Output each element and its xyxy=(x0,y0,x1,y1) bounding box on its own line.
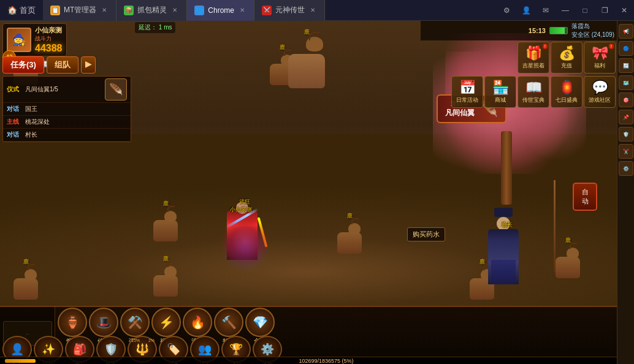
hud-topright: 15:13 落霞岛 安全区 (24,109) 🎁 吉星照着 ! 💰 充值 xyxy=(421,21,617,109)
deer-bottomleft: 鹿 xyxy=(13,269,38,300)
melting-icon: 🏺 xyxy=(65,315,80,330)
quest-type-1: 对话 xyxy=(7,105,25,113)
tab-yuanshen-close[interactable]: ✕ xyxy=(308,6,317,15)
tab-mt-manager-close[interactable]: ✕ xyxy=(100,6,109,15)
compose-icon: 💎 xyxy=(253,315,268,330)
top-icon-recharge[interactable]: 💰 充值 xyxy=(551,42,582,74)
auction-icon: 🏷️ xyxy=(167,343,180,356)
minimize-button[interactable]: — xyxy=(556,0,575,21)
top-icon-shop[interactable]: 🏪 商城 xyxy=(484,76,516,108)
social-icon: 👥 xyxy=(198,343,212,356)
settings-game-icon: ⚙️ xyxy=(261,343,274,356)
sidebar-btn-6[interactable]: 🛡️ xyxy=(619,127,633,142)
expand-button[interactable]: ▶ xyxy=(81,56,96,74)
community-icon: 💬 xyxy=(592,80,608,96)
quest-item-3[interactable]: 对话 村长 xyxy=(3,129,131,142)
7day-icon: 🏮 xyxy=(559,80,575,96)
community-label: 游戏社区 xyxy=(589,96,611,104)
skill-btn-melting[interactable]: 🏺 熔炼 xyxy=(58,308,87,337)
tab-chrome[interactable]: 🌐 Chrome ✕ xyxy=(187,0,254,21)
clock: 15:13 xyxy=(529,27,546,34)
classic-icon: 📖 xyxy=(525,80,542,96)
exp-text: 102699/1836575 (5%) xyxy=(38,358,614,364)
character-icon: 👤 xyxy=(10,343,24,356)
sidebar-btn-7[interactable]: ✂️ xyxy=(619,144,633,159)
battery-fill xyxy=(550,28,565,34)
sidebar-btn-5[interactable]: 📌 xyxy=(619,110,633,124)
location-info: 落霞岛 安全区 (24,109) xyxy=(571,22,614,39)
top-icon-community[interactable]: 💬 游戏社区 xyxy=(584,76,616,108)
tab-capture-elf[interactable]: 📦 抓包精灵 ✕ xyxy=(116,0,187,21)
deer-label-centerleft: 鹿 xyxy=(163,200,169,208)
bless-icon: ⚡ xyxy=(159,315,174,330)
skill-btn-enhance[interactable]: ⚒️ 强化 xyxy=(120,308,150,337)
auto-button[interactable]: 自动 xyxy=(573,183,597,211)
team-button[interactable]: 组队 xyxy=(47,56,78,74)
exp-bar xyxy=(5,359,36,363)
quest-type-3: 对话 xyxy=(7,131,25,139)
restore-button[interactable]: ❐ xyxy=(595,0,614,21)
quest-item-1[interactable]: 对话 国王 xyxy=(3,103,131,116)
quest-name-3: 村长 xyxy=(25,131,127,139)
maximize-button[interactable]: □ xyxy=(575,0,595,21)
email-button[interactable]: ✉ xyxy=(536,0,556,21)
yuanshen-icon: ⚔️ xyxy=(262,6,272,15)
tab-yuanshen-label: 元神传世 xyxy=(275,5,305,15)
top-icon-7day[interactable]: 🏮 七日盛典 xyxy=(551,76,582,108)
skill-btn-refine[interactable]: 🔥 洗炼 xyxy=(183,308,212,337)
mt-manager-icon: 📋 xyxy=(50,6,60,15)
chapter-name: 凡间仙翼 xyxy=(445,108,475,118)
home-tab[interactable]: 🏠 首页 xyxy=(0,5,43,16)
sidebar-btn-4[interactable]: 🎯 xyxy=(619,93,633,107)
right-sidebar: 📢 🔵 🔄 🗺️ 🎯 📌 🛡️ ✂️ ⚙️ xyxy=(617,21,634,364)
tab-chrome-close[interactable]: ✕ xyxy=(238,6,246,15)
top-icon-daily[interactable]: 📅 日常活动 xyxy=(451,76,483,108)
skill-btn-inherit[interactable]: 🎩 传承 xyxy=(89,308,118,337)
sidebar-btn-2[interactable]: 🔄 xyxy=(619,58,633,73)
capture-elf-icon: 📦 xyxy=(124,6,134,15)
skill-bar: 🏺 熔炼 🎩 传承 ⚒️ 强化 ⚡ 祝福 🔥 洗炼 🔨 打造 💎 合成 xyxy=(55,307,617,338)
delay-indicator: 延迟： 1 ms xyxy=(135,22,175,33)
quest-item-2[interactable]: 主线 桃花深处 xyxy=(3,116,131,129)
deer-large-top: 鹿 xyxy=(288,39,325,88)
close-button[interactable]: ✕ xyxy=(614,0,634,21)
settings-button[interactable]: ⚙ xyxy=(497,0,516,21)
deer-bottomcenter: 鹿 xyxy=(153,266,178,297)
sidebar-btn-1[interactable]: 🔵 xyxy=(619,41,633,56)
sidebar-btn-0[interactable]: 📢 xyxy=(619,24,633,39)
enhance-icon: ⚒️ xyxy=(128,315,143,330)
skill-btn-forge[interactable]: 🔨 打造 xyxy=(214,308,243,337)
player-char-label-top: 武狂 xyxy=(239,198,250,206)
recharge-label: 充值 xyxy=(561,62,572,70)
sidebar-btn-8[interactable]: ⚙️ xyxy=(619,161,633,176)
quest-item-0[interactable]: 仪式 凡间仙翼1/5 🪶 xyxy=(3,77,131,103)
sidebar-btn-3[interactable]: 🗺️ xyxy=(619,75,633,90)
bag-icon: 🎒 xyxy=(73,343,86,356)
tab-yuanshen[interactable]: ⚔️ 元神传世 ✕ xyxy=(254,0,325,21)
npc-character[interactable] xyxy=(488,229,519,284)
top-icon-welfare[interactable]: 🎀 福利 ! xyxy=(584,42,616,74)
quest-name-2: 桃花深处 xyxy=(25,118,127,126)
skill-btn-compose[interactable]: 💎 合成 xyxy=(245,308,275,337)
home-icon: 🏠 xyxy=(7,6,17,15)
quest-button[interactable]: 任务(3) xyxy=(2,56,44,74)
delay-unit: ms xyxy=(164,24,172,31)
tab-mt-manager[interactable]: 📋 MT管理器 ✕ xyxy=(43,0,116,21)
deer-label-bottomcenter: 鹿 xyxy=(163,255,169,263)
action-buttons: 任务(3) 组队 ▶ xyxy=(2,56,96,74)
forge-icon: 🔨 xyxy=(221,315,237,330)
bottom-bar: ... 🏺 熔炼 🎩 传承 ⚒️ 强化 ⚡ 祝福 🔥 洗炼 🔨 xyxy=(0,306,617,364)
battery-bar xyxy=(549,27,568,34)
skill-btn-bless[interactable]: ⚡ 祝福 xyxy=(151,308,181,337)
tab-mt-manager-label: MT管理器 xyxy=(64,5,96,15)
player-name: 小仙亲测 xyxy=(35,26,63,35)
daily-label: 日常活动 xyxy=(456,96,478,104)
avatar-button[interactable]: 👤 xyxy=(516,0,536,21)
icon-row1: 🎁 吉星照着 ! 💰 充值 🎀 福利 ! xyxy=(421,40,617,75)
deer-farright: 鹿 xyxy=(556,248,580,278)
top-icon-classic[interactable]: 📖 传世宝典 xyxy=(518,76,549,108)
welfare-label: 福利 xyxy=(594,62,605,70)
top-icon-gift[interactable]: 🎁 吉星照着 ! xyxy=(518,42,549,74)
tab-capture-elf-close[interactable]: ✕ xyxy=(170,6,179,15)
buy-medicine-button[interactable]: 购买药水 xyxy=(407,227,445,241)
